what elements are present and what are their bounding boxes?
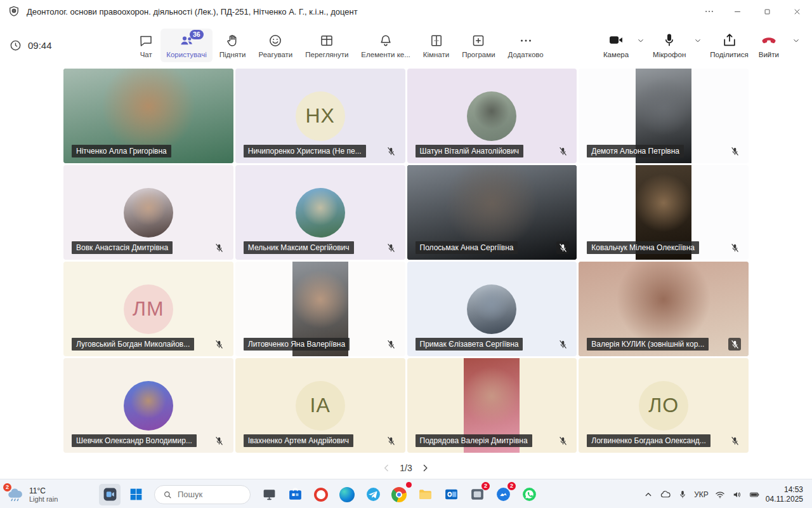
toolbar-item-react[interactable]: Реагувати — [253, 29, 299, 62]
camera-button[interactable]: Камера — [598, 29, 634, 62]
participant-tile[interactable]: Ковальчук Мілена Олексіївна — [579, 165, 749, 260]
share-button[interactable]: Поділитися — [705, 29, 753, 62]
taskbar-app-screen-snip[interactable]: 2 — [466, 484, 488, 505]
participant-grid: Нітченко Алла ГригорівнаНХНичипоренко Хр… — [63, 69, 749, 453]
taskbar-app-folder[interactable] — [414, 484, 436, 505]
meeting-time: 09:44 — [28, 40, 52, 51]
mic-muted-icon — [728, 338, 741, 351]
participant-tile[interactable]: ІАІвахненко Артем Андрійович — [235, 358, 405, 453]
wifi-icon[interactable] — [714, 489, 726, 500]
controls-icon — [378, 33, 393, 48]
minimize-button[interactable] — [723, 0, 752, 23]
taskbar-search[interactable] — [154, 485, 251, 504]
page-indicator: 1/3 — [400, 463, 412, 473]
participant-tile[interactable]: Подрядова Валерія Дмитрівна — [407, 358, 577, 453]
onedrive-cloud-icon[interactable] — [660, 489, 671, 500]
rooms-icon — [429, 33, 444, 48]
taskbar-app-chrome[interactable] — [388, 484, 410, 505]
microphone-button[interactable]: Мікрофон — [648, 29, 691, 62]
volume-icon[interactable] — [731, 489, 743, 500]
taskbar-app-telegram[interactable] — [362, 484, 384, 505]
toolbar-item-chat[interactable]: Чат — [133, 29, 159, 62]
toolbar-item-raise-hand[interactable]: Підняти — [214, 29, 252, 62]
meeting-toolbar: 09:44 Чат36КористувачіПіднятиРеагуватиПе… — [0, 23, 812, 67]
participant-tile[interactable]: Литовченко Яна Валеріївна — [235, 262, 405, 356]
tray-chevron-up-icon[interactable] — [643, 489, 654, 500]
leave-label: Вийти — [759, 51, 779, 58]
toolbar-item-label: Елементи ке... — [361, 51, 410, 58]
participant-tile[interactable]: Демотя Альона Петрівна — [579, 69, 749, 163]
participant-tile[interactable]: Шевчик Олександр Володимир... — [63, 358, 233, 453]
tray-date: 04.11.2025 — [766, 495, 803, 504]
taskbar-app-display[interactable] — [258, 484, 280, 505]
toolbar-item-apps[interactable]: Програми — [456, 29, 501, 62]
participant-tile[interactable]: Полосьмак Анна Сергіївна — [407, 165, 577, 260]
window-controls — [696, 0, 812, 23]
language-indicator[interactable]: УКР — [694, 490, 709, 499]
taskbar-app-start[interactable] — [125, 484, 147, 505]
close-button[interactable] — [782, 0, 812, 23]
participant-name: Подрядова Валерія Дмитрівна — [416, 434, 532, 447]
mic-muted-icon — [556, 338, 569, 351]
toolbar-item-view[interactable]: Переглянути — [299, 29, 354, 62]
taskbar-app-whatsapp[interactable] — [518, 484, 540, 505]
participant-tile[interactable]: Нітченко Алла Григорівна — [63, 69, 233, 163]
camera-options-chevron-icon[interactable] — [634, 28, 648, 53]
toolbar-item-participants[interactable]: 36Користувачі — [160, 29, 212, 62]
maximize-button[interactable] — [752, 0, 782, 23]
taskbar-app-opera[interactable] — [310, 484, 332, 505]
weather-widget[interactable]: 2 11°C Light rain — [6, 486, 95, 504]
leave-call-icon — [761, 32, 777, 48]
weather-temp: 11°C — [29, 486, 58, 495]
taskbar-app-outlook[interactable] — [440, 484, 462, 505]
toolbar-item-label: Підняти — [219, 51, 246, 58]
participant-tile[interactable]: Шатун Віталій Анатолійович — [407, 69, 577, 163]
participant-tile[interactable]: Мельник Максим Сергійович — [235, 165, 405, 260]
participant-name: Примак Єлізавета Сергіївна — [416, 338, 523, 351]
battery-icon[interactable] — [749, 489, 760, 500]
participant-initials: ЛО — [639, 381, 688, 431]
leave-options-chevron-icon[interactable] — [789, 28, 803, 53]
taskbar-app-meeting-app[interactable] — [99, 484, 121, 505]
mic-muted-icon — [556, 145, 569, 157]
leave-button[interactable]: Вийти — [754, 29, 784, 62]
participant-tile[interactable]: Валерія КУЛИК (зовнішній кор... — [579, 262, 749, 356]
tray-microphone-icon[interactable] — [677, 489, 688, 500]
search-input[interactable] — [178, 490, 242, 499]
telegram-icon — [365, 486, 381, 503]
toolbar-item-label: Кімнати — [423, 51, 449, 58]
toolbar-item-controls[interactable]: Елементи ке... — [355, 29, 416, 62]
weather-desc: Light rain — [29, 495, 58, 503]
titlebar: Деонтолог. основи правоохорон. діяльност… — [0, 0, 812, 23]
participant-avatar — [124, 188, 173, 237]
participant-initials: ЛМ — [124, 284, 173, 334]
participant-tile[interactable]: ЛМЛуговський Богдан Миколайов... — [63, 262, 233, 356]
participant-name: Валерія КУЛИК (зовнішній кор... — [587, 338, 709, 351]
toolbar-item-rooms[interactable]: Кімнати — [417, 29, 455, 62]
edge-icon — [339, 486, 355, 503]
taskbar-app-messenger[interactable]: 2 — [492, 484, 514, 505]
microphone-label: Мікрофон — [653, 51, 686, 58]
participant-name: Полосьмак Анна Сергіївна — [416, 241, 518, 254]
toolbar-items: Чат36КористувачіПіднятиРеагуватиПереглян… — [133, 29, 549, 62]
start-icon — [128, 486, 144, 503]
toolbar-item-more[interactable]: Додатково — [502, 29, 549, 62]
participant-tile[interactable]: ЛОЛогвиненко Богдана Олександ... — [579, 358, 749, 453]
prev-page-button[interactable] — [381, 462, 392, 474]
taskbar: 2 11°C Light rain 22 УКР — [0, 479, 812, 508]
participant-tile[interactable]: Примак Єлізавета Сергіївна — [407, 262, 577, 356]
weather-icon: 2 — [6, 486, 24, 504]
taskbar-clock[interactable]: 14:53 04.11.2025 — [766, 485, 803, 504]
participant-tile[interactable]: Вовк Анастасія Дмитрівна — [63, 165, 233, 260]
participant-tile[interactable]: НХНичипоренко Христина (Не пе... — [235, 69, 405, 163]
titlebar-more-icon[interactable] — [696, 0, 723, 23]
next-page-button[interactable] — [420, 462, 431, 474]
taskbar-app-edge[interactable] — [336, 484, 358, 505]
microphone-options-chevron-icon[interactable] — [691, 28, 705, 53]
stage: Нітченко Алла ГригорівнаНХНичипоренко Хр… — [0, 69, 812, 479]
pagination: 1/3 — [381, 462, 431, 474]
toolbar-av-controls: Камера Мікрофон Поділитися — [598, 29, 803, 62]
taskbar-app-store[interactable] — [284, 484, 306, 505]
toolbar-item-label: Користувачі — [166, 51, 206, 58]
taskbar-apps-right: 22 — [258, 484, 540, 505]
